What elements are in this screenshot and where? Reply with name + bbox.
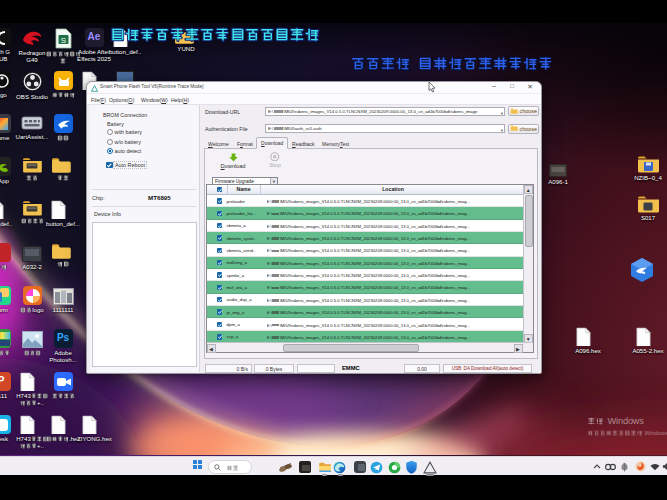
- svg-text:S: S: [60, 36, 65, 45]
